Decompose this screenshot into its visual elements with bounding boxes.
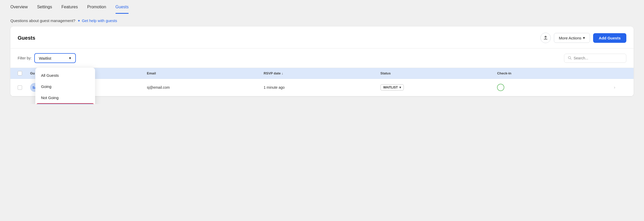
help-question: Questions about guest management? — [10, 18, 75, 23]
guests-card: Guests More Actions ▾ Add Guests Filter … — [10, 26, 634, 96]
card-title: Guests — [18, 35, 35, 41]
col-checkin: Check-in — [497, 71, 614, 75]
card-header: Guests More Actions ▾ Add Guests — [10, 26, 634, 49]
filter-dropdown: All Guests Going Not Going Waitlist Chec… — [35, 68, 95, 104]
table-header: Gu Email RSVP date ↓ Status Check-in — [10, 68, 634, 79]
filter-select[interactable]: Waitlist ▾ — [34, 53, 76, 63]
add-guests-button[interactable]: Add Guests — [593, 33, 626, 43]
chevron-down-icon: ▾ — [583, 36, 585, 40]
filter-left: Filter by: Waitlist ▾ All Guests Going N… — [18, 53, 76, 63]
row-checkbox-cell — [18, 85, 30, 90]
col-rsvp[interactable]: RSVP date ↓ — [264, 71, 380, 75]
row-rsvp: 1 minute ago — [264, 85, 380, 89]
tab-promotion[interactable]: Promotion — [87, 5, 106, 14]
help-link-text: Get help with guests — [82, 18, 117, 23]
more-actions-button[interactable]: More Actions ▾ — [554, 33, 590, 43]
row-checkin-cell — [497, 84, 614, 91]
help-bar: Questions about guest management? ✦ Get … — [0, 14, 644, 26]
filter-chevron-icon: ▾ — [69, 56, 71, 60]
filter-value: Waitlist — [39, 56, 51, 60]
status-label: WAITLIST — [383, 86, 398, 89]
upload-icon — [543, 36, 548, 40]
spark-icon: ✦ — [77, 19, 81, 23]
col-email: Email — [147, 71, 264, 75]
table-row: Sa sj@email.com 1 minute ago WAITLIST ▾ … — [10, 79, 634, 96]
row-email: sj@email.com — [147, 85, 264, 89]
search-icon — [568, 56, 572, 60]
tab-overview[interactable]: Overview — [10, 5, 28, 14]
help-link[interactable]: ✦ Get help with guests — [77, 18, 117, 23]
more-actions-label: More Actions — [559, 36, 581, 40]
row-action-cell[interactable]: › — [614, 85, 626, 90]
col-status: Status — [380, 71, 497, 75]
tab-features[interactable]: Features — [62, 5, 78, 14]
status-badge[interactable]: WAITLIST ▾ — [380, 84, 404, 91]
svg-line-1 — [571, 58, 572, 59]
top-nav: Overview Settings Features Promotion Gue… — [0, 0, 644, 14]
tab-settings[interactable]: Settings — [37, 5, 52, 14]
tab-guests[interactable]: Guests — [116, 5, 129, 14]
dropdown-item-waitlist[interactable]: Waitlist — [36, 103, 94, 104]
filter-label: Filter by: — [18, 56, 32, 60]
upload-button[interactable] — [540, 33, 551, 43]
row-checkbox[interactable] — [18, 85, 22, 90]
row-chevron-right-icon: › — [614, 85, 615, 89]
search-input[interactable] — [574, 56, 620, 60]
status-chevron-icon: ▾ — [399, 86, 401, 89]
dropdown-item-all-guests[interactable]: All Guests — [35, 70, 95, 81]
filter-row: Filter by: Waitlist ▾ All Guests Going N… — [10, 49, 634, 68]
dropdown-item-going[interactable]: Going — [35, 81, 95, 92]
header-actions: More Actions ▾ Add Guests — [540, 33, 626, 43]
dropdown-item-not-going[interactable]: Not Going — [35, 92, 95, 103]
checkin-circle[interactable] — [497, 84, 504, 91]
row-status-cell: WAITLIST ▾ — [380, 84, 497, 91]
col-checkbox — [18, 71, 30, 75]
search-box — [564, 54, 626, 63]
header-checkbox[interactable] — [18, 71, 22, 75]
